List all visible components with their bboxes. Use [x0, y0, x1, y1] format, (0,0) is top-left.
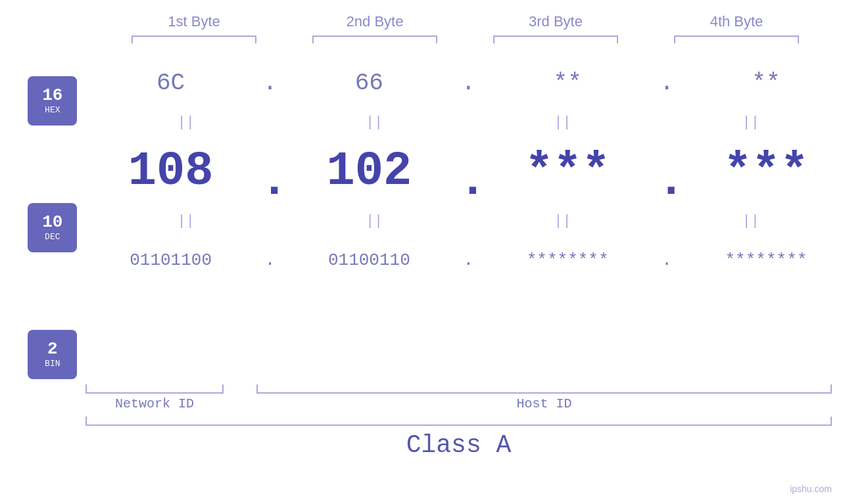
hex-row: 6C . 66 . ** . ** [92, 57, 845, 109]
watermark: ipshu.com [790, 484, 832, 494]
dec-byte3: *** [495, 145, 640, 198]
spacer1 [224, 384, 256, 394]
hex-dot2: . [458, 70, 478, 97]
dec-badge: 10 DEC [28, 203, 77, 252]
bracket-byte3 [493, 35, 618, 43]
byte3-header: 3rd Byte [483, 13, 628, 30]
dec-byte1: 108 [99, 145, 243, 198]
sep2-byte3: || [490, 213, 635, 229]
content-area: 16 HEX 10 DEC 2 BIN 6C . 66 . ** [0, 57, 845, 384]
bin-dot3: . [657, 250, 677, 270]
sep2-byte4: || [679, 213, 823, 229]
id-labels-row: Network ID Host ID [85, 396, 832, 411]
bracket-byte1 [132, 35, 256, 43]
sep2-byte1: || [114, 213, 258, 229]
network-bracket [85, 384, 224, 394]
dec-dot3: . [657, 158, 677, 205]
bin-dot2: . [458, 250, 478, 270]
dec-dot1: . [260, 158, 279, 205]
hex-badge: 16 HEX [28, 76, 77, 126]
sep1-byte3: || [490, 114, 635, 131]
sep-row-1: || || || || [92, 109, 845, 135]
network-id-label: Network ID [85, 396, 224, 411]
host-id-label: Host ID [256, 396, 832, 411]
byte2-header: 2nd Byte [302, 13, 447, 30]
sep1-byte2: || [302, 114, 447, 131]
dec-byte2: 102 [297, 145, 441, 198]
sep1-byte1: || [114, 114, 258, 131]
hex-byte2: 66 [297, 70, 441, 97]
dec-row: 108 . 102 . *** . *** [92, 135, 845, 208]
sep2-byte2: || [302, 213, 447, 229]
sep-row-2: || || || || [92, 208, 845, 234]
dec-byte4: *** [694, 145, 838, 198]
top-bracket-row [104, 35, 827, 43]
hex-dot1: . [260, 70, 279, 97]
hex-byte3: ** [495, 70, 640, 97]
main-container: 1st Byte 2nd Byte 3rd Byte 4th Byte 16 H… [0, 0, 845, 504]
bin-byte2: 01100110 [297, 250, 441, 270]
hex-dot3: . [657, 70, 677, 97]
bottom-area: Network ID Host ID Class A [0, 384, 845, 459]
bin-badge: 2 BIN [28, 330, 77, 379]
sub-bracket-row [85, 384, 832, 394]
sep1-byte4: || [679, 114, 823, 131]
bracket-byte4 [674, 35, 799, 43]
hex-byte4: ** [694, 70, 838, 97]
class-label: Class A [85, 431, 832, 459]
byte4-header: 4th Byte [664, 13, 809, 30]
byte1-header: 1st Byte [122, 13, 266, 30]
big-bracket [85, 417, 832, 426]
dec-dot2: . [458, 158, 478, 205]
host-bracket [256, 384, 832, 394]
data-rows: 6C . 66 . ** . ** || || || || 108 . 102 … [92, 57, 845, 286]
byte-headers-row: 1st Byte 2nd Byte 3rd Byte 4th Byte [104, 13, 827, 30]
bin-row: 01101100 . 01100110 . ******** . *******… [92, 234, 845, 286]
bracket-byte2 [312, 35, 437, 43]
bin-byte1: 01101100 [99, 250, 243, 270]
hex-byte1: 6C [99, 70, 243, 97]
bin-dot1: . [260, 250, 279, 270]
bin-byte3: ******** [495, 250, 640, 270]
bin-byte4: ******** [694, 250, 838, 270]
badges-column: 16 HEX 10 DEC 2 BIN [0, 57, 85, 384]
